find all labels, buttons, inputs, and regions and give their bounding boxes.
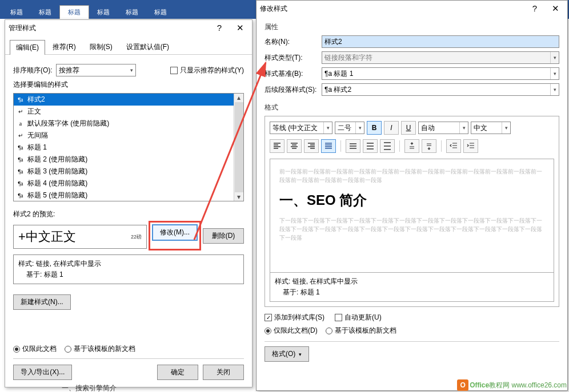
radio-this-doc[interactable]: 仅限此文档 (13, 344, 57, 354)
ribbon-tab[interactable]: 标题 (31, 6, 59, 19)
cancel-button[interactable]: 关闭 (203, 365, 244, 380)
align-right-button[interactable] (304, 139, 319, 153)
preview-text: +中文正文 (18, 228, 76, 245)
auto-update-checkbox[interactable]: 自动更新(U) (335, 313, 382, 322)
list-item: ¶a标题 3 (使用前隐藏) (14, 165, 243, 177)
titlebar: 修改样式 ? ✕ (257, 1, 567, 17)
base-select[interactable]: ¶a 标题 1▾ (322, 67, 559, 80)
font-face-select[interactable]: 等线 (中文正文▾ (270, 122, 332, 134)
next-label: 后续段落样式(S): (265, 85, 322, 95)
dialog-title: 管理样式 (9, 23, 36, 33)
list-item: ¶a标题 2 (使用前隐藏) (14, 153, 243, 165)
sort-label: 排序顺序(O): (13, 66, 53, 75)
preview-label: 样式2 的预览: (13, 209, 55, 219)
list-item: ¶a标题 1 (14, 142, 243, 153)
modify-button[interactable]: 修改(M)... (152, 224, 198, 241)
chevron-down-icon: ▾ (299, 351, 302, 357)
tab-recommend[interactable]: 推荐(R) (46, 39, 82, 54)
close-icon[interactable]: ✕ (547, 3, 564, 14)
list-item: a默认段落字体 (使用前隐藏) (14, 118, 243, 130)
type-label: 样式类型(T): (265, 53, 322, 63)
ribbon-tab[interactable]: 标题 (2, 6, 31, 19)
list-item: ¶a标题 5 (使用前隐藏) (14, 189, 243, 201)
manage-styles-dialog: 管理样式 ? ✕ 编辑(E) 推荐(R) 限制(S) 设置默认值(F) 排序顺序… (5, 19, 253, 387)
chevron-down-icon: ▾ (550, 52, 556, 63)
spacing-2-button[interactable] (380, 139, 395, 153)
import-export-button[interactable]: 导入/导出(X)... (13, 365, 72, 380)
dialog-tabs: 编辑(E) 推荐(R) 限制(S) 设置默认值(F) (5, 36, 252, 55)
sample-preview: 前一段落前一段落前一段落前一段落前一段落前一段落前一段落前一段落前一段落前一段落… (270, 159, 554, 273)
choose-label: 选择要编辑的样式 (13, 80, 68, 90)
description-box: 样式: 链接, 在样式库中显示 基于: 标题 1 (13, 254, 244, 284)
format-toolbar: 等线 (中文正文▾ 二号▾ B I U 自动▾ 中文▾ (270, 121, 554, 135)
name-label: 名称(N): (265, 37, 322, 47)
ribbon-tab[interactable]: 标题 (146, 6, 175, 19)
add-to-gallery-checkbox[interactable]: ✓添加到样式库(S) (265, 313, 324, 322)
space-before-button[interactable] (404, 139, 419, 153)
tab-edit[interactable]: 编辑(E) (10, 40, 45, 55)
modify-style-dialog: 修改样式 ? ✕ 属性 名称(N): 样式2 样式类型(T): 链接段落和字符▾… (256, 0, 568, 391)
underline-button[interactable]: U (401, 121, 416, 135)
chevron-down-icon: ▾ (550, 84, 556, 95)
radio-template[interactable]: 基于该模板的新文档 (326, 326, 396, 336)
format-menu-button[interactable]: 格式(O)▾ (265, 346, 309, 362)
radio-this-doc[interactable]: 仅限此文档(D) (265, 326, 318, 336)
description-box: 样式: 链接, 在样式库中显示 基于: 标题 1 (270, 273, 554, 302)
document-text: 一、搜索引擎简介 (62, 383, 117, 392)
lang-select[interactable]: 中文▾ (471, 122, 511, 134)
tab-defaults[interactable]: 设置默认值(F) (120, 39, 175, 54)
indent-increase-button[interactable] (463, 139, 478, 153)
font-size-select[interactable]: 二号▾ (335, 122, 364, 134)
sample-heading: 一、SEO 简介 (279, 191, 544, 209)
list-item: ↵无间隔 (14, 130, 243, 142)
sort-select[interactable]: 按推荐▾ (56, 64, 136, 76)
only-recommended-checkbox[interactable]: 只显示推荐的样式(Y) (170, 66, 244, 75)
preview-size: 22磅 (131, 233, 142, 241)
scrollbar[interactable]: ▴▾ (234, 94, 243, 201)
bold-button[interactable]: B (367, 121, 382, 135)
style-listbox[interactable]: ¶a样式2 ↵正文 a默认段落字体 (使用前隐藏) ↵无间隔 ¶a标题 1 ¶a… (13, 93, 244, 201)
chevron-down-icon: ▾ (550, 68, 556, 79)
spacing-1.5-button[interactable] (363, 139, 378, 153)
ribbon-tab[interactable]: 标题 (59, 5, 89, 19)
ribbon-tab[interactable]: 标题 (89, 6, 118, 19)
space-after-button[interactable] (422, 139, 436, 153)
ok-button[interactable]: 确定 (157, 365, 198, 380)
next-select[interactable]: ¶a 样式2▾ (322, 83, 559, 96)
new-style-button[interactable]: 新建样式(N)... (13, 294, 71, 310)
align-justify-button[interactable] (321, 139, 336, 153)
list-item: ¶a样式2 (14, 94, 243, 106)
help-icon[interactable]: ? (526, 3, 543, 14)
name-input[interactable]: 样式2 (322, 35, 559, 48)
type-select: 链接段落和字符▾ (322, 51, 559, 64)
align-left-button[interactable] (270, 139, 284, 153)
props-section: 属性 (265, 22, 559, 32)
indent-decrease-button[interactable] (446, 139, 461, 153)
list-item: ↵正文 (14, 106, 243, 118)
titlebar: 管理样式 ? ✕ (5, 20, 252, 36)
italic-button[interactable]: I (384, 121, 399, 135)
base-label: 样式基准(B): (265, 69, 322, 79)
delete-button[interactable]: 删除(D) (203, 228, 244, 244)
watermark: OOffice教程网 www.office26.com (457, 379, 567, 391)
close-icon[interactable]: ✕ (231, 23, 249, 33)
dialog-title: 修改样式 (260, 4, 287, 14)
ribbon-tab[interactable]: 标题 (118, 6, 146, 19)
tab-restrict[interactable]: 限制(S) (83, 39, 119, 54)
chevron-down-icon: ▾ (130, 67, 133, 73)
spacing-1-button[interactable] (346, 139, 360, 153)
list-item: ¶a标题 4 (使用前隐藏) (14, 177, 243, 189)
radio-template[interactable]: 基于该模板的新文档 (65, 344, 135, 354)
preview-box: +中文正文 22磅 (13, 225, 147, 249)
align-center-button[interactable] (287, 139, 302, 153)
font-color-select[interactable]: 自动▾ (418, 122, 468, 134)
format-section: 格式 (265, 103, 559, 112)
help-icon[interactable]: ? (211, 23, 228, 33)
